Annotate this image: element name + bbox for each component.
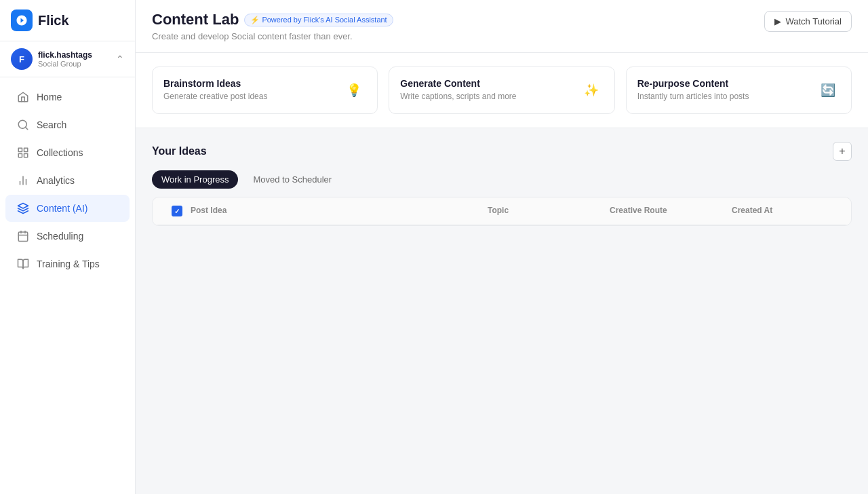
training-icon (16, 257, 30, 271)
sidebar-item-content-ai-label: Content (AI) (37, 203, 87, 214)
ideas-section: Your Ideas + Work in Progress Moved to S… (136, 128, 868, 240)
account-name: flick.hashtags (38, 50, 116, 60)
svg-rect-3 (24, 148, 28, 151)
table-col-creative-route: Creative Route (610, 206, 732, 216)
sidebar-item-collections[interactable]: Collections (5, 139, 130, 166)
generate-card-icon: ✨ (579, 78, 604, 102)
tab-work-in-progress[interactable]: Work in Progress (152, 170, 238, 189)
flick-logo-icon (11, 10, 33, 31)
watch-tutorial-button[interactable]: ▶ Watch Tutorial (764, 11, 852, 32)
collections-icon (16, 146, 30, 159)
sidebar-item-content-ai[interactable]: Content (AI) (5, 195, 130, 222)
sidebar: Flick F flick.hashtags Social Group ⌃ Ho… (0, 0, 136, 494)
add-idea-button[interactable]: + (833, 142, 852, 161)
search-icon (16, 118, 30, 132)
page-title: Content Lab (152, 11, 239, 28)
scheduling-icon (16, 229, 30, 243)
svg-rect-2 (18, 148, 22, 151)
logo-area: Flick (0, 0, 135, 41)
tab-moved-to-scheduler[interactable]: Moved to Scheduler (243, 170, 341, 189)
ideas-title: Your Ideas (152, 145, 207, 157)
sidebar-item-search[interactable]: Search (5, 111, 130, 138)
repurpose-content-card[interactable]: Re-purpose Content Instantly turn articl… (626, 66, 852, 114)
sidebar-item-collections-label: Collections (37, 147, 83, 158)
feature-cards: Brainstorm Ideas Generate creative post … (136, 53, 868, 128)
sidebar-item-analytics[interactable]: Analytics (5, 167, 130, 194)
brainstorm-card-text: Brainstorm Ideas Generate creative post … (163, 78, 267, 101)
generate-card-text: Generate Content Write captions, scripts… (400, 78, 516, 101)
repurpose-card-desc: Instantly turn articles into posts (637, 92, 749, 101)
analytics-icon (16, 174, 30, 187)
ideas-header: Your Ideas + (152, 142, 852, 161)
sidebar-item-scheduling-label: Scheduling (37, 231, 83, 242)
table-header-checkbox-cell (163, 206, 191, 216)
brainstorm-card-desc: Generate creative post ideas (163, 92, 267, 101)
tab-moved-to-scheduler-label: Moved to Scheduler (253, 174, 332, 185)
sidebar-item-analytics-label: Analytics (37, 175, 75, 186)
page-title-area: Content Lab ⚡ Powered by Flick's AI Soci… (152, 11, 393, 41)
page-header: Content Lab ⚡ Powered by Flick's AI Soci… (136, 0, 868, 53)
select-all-checkbox[interactable] (172, 206, 182, 216)
avatar: F (11, 48, 33, 70)
repurpose-card-icon: 🔄 (816, 78, 840, 102)
sidebar-item-training-tips[interactable]: Training & Tips (5, 250, 130, 278)
account-switcher[interactable]: F flick.hashtags Social Group ⌃ (0, 41, 135, 77)
svg-rect-9 (18, 232, 28, 242)
repurpose-card-title: Re-purpose Content (637, 78, 749, 89)
plus-icon: + (839, 145, 845, 157)
sidebar-item-home[interactable]: Home (5, 83, 130, 111)
generate-card-desc: Write captions, scripts and more (400, 92, 516, 101)
ideas-table: Post Idea Topic Creative Route Created A… (152, 197, 852, 226)
main-content: Content Lab ⚡ Powered by Flick's AI Soci… (136, 0, 868, 494)
powered-badge: ⚡ Powered by Flick's AI Social Assistant (244, 14, 393, 26)
svg-line-1 (25, 127, 27, 129)
repurpose-card-text: Re-purpose Content Instantly turn articl… (637, 78, 749, 101)
generate-card-title: Generate Content (400, 78, 516, 89)
account-type: Social Group (38, 60, 116, 68)
brainstorm-ideas-card[interactable]: Brainstorm Ideas Generate creative post … (152, 66, 378, 114)
play-icon: ▶ (774, 16, 781, 26)
table-col-topic: Topic (488, 206, 610, 216)
brainstorm-card-title: Brainstorm Ideas (163, 78, 267, 89)
sidebar-item-home-label: Home (37, 92, 62, 102)
page-subtitle: Create and develop Social content faster… (152, 31, 393, 41)
table-col-created-at: Created At (732, 206, 840, 216)
watch-tutorial-label: Watch Tutorial (785, 16, 842, 26)
content-ai-icon (16, 202, 30, 215)
home-icon (16, 90, 30, 104)
page-title-row: Content Lab ⚡ Powered by Flick's AI Soci… (152, 11, 393, 28)
chevron-icon: ⌃ (116, 54, 124, 64)
sidebar-item-scheduling[interactable]: Scheduling (5, 223, 130, 250)
logo-text: Flick (38, 13, 69, 28)
ideas-tabs: Work in Progress Moved to Scheduler (152, 170, 852, 189)
sidebar-item-search-label: Search (37, 119, 66, 130)
table-col-post-idea: Post Idea (191, 206, 488, 216)
tab-work-in-progress-label: Work in Progress (161, 174, 229, 185)
table-header: Post Idea Topic Creative Route Created A… (153, 197, 851, 225)
brainstorm-card-icon: 💡 (342, 78, 366, 102)
sidebar-item-training-tips-label: Training & Tips (37, 259, 100, 269)
svg-rect-4 (18, 154, 22, 157)
svg-rect-5 (24, 154, 28, 157)
generate-content-card[interactable]: Generate Content Write captions, scripts… (389, 66, 614, 114)
sidebar-nav: Home Search Collections Analytics Conten (0, 77, 135, 494)
account-info: flick.hashtags Social Group (38, 50, 116, 68)
